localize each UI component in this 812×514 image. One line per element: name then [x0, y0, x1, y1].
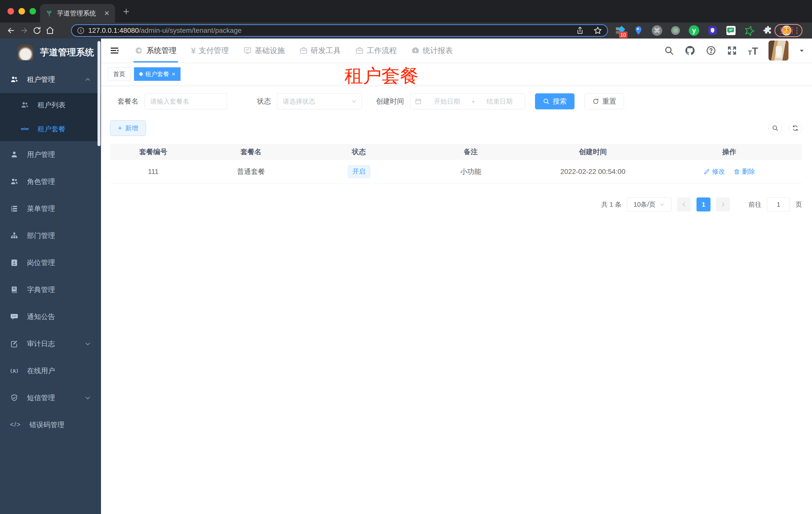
- header-search-icon[interactable]: [664, 45, 674, 56]
- nav-item-payment[interactable]: ¥ 支付管理: [191, 38, 229, 62]
- sidebar-item-dept-mgmt[interactable]: 部门管理: [0, 222, 101, 249]
- help-icon[interactable]: [705, 45, 717, 56]
- extensions-puzzle-icon[interactable]: [762, 25, 774, 36]
- extension-gray-green-circle-icon[interactable]: [670, 25, 681, 36]
- search-button[interactable]: 搜索: [535, 93, 575, 109]
- back-button[interactable]: [4, 24, 18, 37]
- dictionary-icon: [10, 286, 19, 294]
- nav-item-workflow[interactable]: 工作流程: [355, 38, 397, 62]
- create-time-label: 创建时间: [376, 97, 404, 106]
- add-button[interactable]: + 新增: [110, 120, 146, 136]
- toolbox-icon: [355, 46, 364, 55]
- nav-item-devtools[interactable]: 研发工具: [299, 38, 341, 62]
- active-tag-dot: [139, 72, 143, 76]
- extension-blue-diamond-icon[interactable]: 10: [614, 25, 626, 36]
- sidebar-fold-icon[interactable]: [108, 44, 121, 57]
- sidebar-item-user-mgmt[interactable]: 用户管理: [0, 141, 101, 168]
- tag-home[interactable]: 首页: [108, 67, 130, 81]
- col-header-remark: 备注: [412, 147, 529, 157]
- tag-close-icon[interactable]: ×: [172, 71, 175, 77]
- cell-status: 开启: [306, 165, 412, 178]
- sidebar-item-label: 菜单管理: [27, 204, 55, 213]
- plus-icon: +: [118, 125, 122, 132]
- minimize-window-button[interactable]: [19, 8, 25, 15]
- reset-button[interactable]: 重置: [584, 93, 624, 109]
- toggle-search-button[interactable]: [768, 121, 782, 135]
- share-icon[interactable]: [576, 26, 584, 35]
- cell-remark: 小功能: [412, 167, 529, 177]
- page-size-select[interactable]: 10条/页: [627, 197, 671, 212]
- prev-page-button[interactable]: [677, 197, 691, 212]
- package-name-input[interactable]: [145, 93, 227, 109]
- sidebar-item-role-mgmt[interactable]: 角色管理: [0, 168, 101, 195]
- extension-command-icon[interactable]: ⌘: [651, 25, 663, 36]
- top-nav: 系统管理 ¥ 支付管理 基础设施 研发工具 工作流程 统计报表: [135, 38, 467, 62]
- tab-title: 芋道管理系统: [57, 9, 100, 18]
- extension-pin-icon[interactable]: [633, 25, 644, 36]
- delete-link[interactable]: 删除: [733, 167, 755, 176]
- sidebar-item-tenant-mgmt[interactable]: 租户管理: [0, 66, 101, 93]
- next-page-button[interactable]: [716, 197, 730, 212]
- goto-page-input[interactable]: [767, 197, 790, 212]
- sidebar-item-tenant-list[interactable]: 租户列表: [0, 93, 101, 117]
- bookmark-star-icon[interactable]: [593, 26, 602, 35]
- table-header-row: 套餐编号 套餐名 状态 备注 创建时间 操作: [110, 144, 802, 160]
- nav-item-infra[interactable]: 基础设施: [243, 38, 285, 62]
- chevron-down-icon: [85, 341, 91, 347]
- yen-icon: ¥: [191, 46, 196, 56]
- fullscreen-icon[interactable]: [726, 45, 737, 56]
- edit-link[interactable]: 修改: [703, 167, 725, 176]
- caret-down-icon[interactable]: [799, 47, 805, 54]
- tag-tenant-package[interactable]: 租户套餐 ×: [134, 67, 180, 81]
- sidebar-scrollbar-thumb[interactable]: [97, 41, 100, 146]
- github-icon[interactable]: [685, 45, 696, 56]
- date-range-picker[interactable]: 开始日期 - 结束日期: [410, 93, 525, 109]
- extension-badge: 10: [619, 31, 628, 38]
- sidebar-item-tenant-package[interactable]: 租户套餐: [0, 117, 101, 141]
- close-window-button[interactable]: [7, 8, 14, 15]
- zoom-window-button[interactable]: [29, 8, 36, 15]
- org-tree-icon: [10, 232, 19, 240]
- browser-menu-icon[interactable]: [796, 28, 798, 34]
- user-avatar[interactable]: [768, 40, 788, 60]
- update-label: 更新: [780, 26, 794, 35]
- refresh-table-button[interactable]: [788, 121, 802, 135]
- browser-update-button[interactable]: 更新: [775, 24, 803, 37]
- sidebar-item-dict-mgmt[interactable]: 字典管理: [0, 276, 101, 303]
- delete-link-label: 删除: [742, 167, 755, 176]
- home-button[interactable]: [44, 24, 57, 37]
- reload-button[interactable]: [30, 24, 44, 37]
- edit-pen-icon: [703, 168, 710, 175]
- status-select[interactable]: 请选择状态: [277, 93, 362, 109]
- sidebar-item-notice[interactable]: 通知公告: [0, 303, 101, 330]
- extension-green-chat-icon[interactable]: [725, 25, 736, 36]
- extension-y-icon[interactable]: y: [689, 25, 699, 36]
- browser-tab[interactable]: 芋道管理系统 ✕: [40, 4, 115, 23]
- sidebar-item-post-mgmt[interactable]: 岗位管理: [0, 249, 101, 276]
- extension-green-star-icon[interactable]: [744, 25, 755, 36]
- post-badge-icon: [10, 259, 19, 267]
- font-size-icon[interactable]: TT: [748, 45, 758, 56]
- current-page-button[interactable]: 1: [696, 197, 710, 212]
- sidebar-item-error-code[interactable]: </> 错误码管理: [0, 411, 101, 438]
- sidebar-item-label: 租户套餐: [37, 125, 65, 134]
- nav-item-reports[interactable]: 统计报表: [411, 38, 453, 62]
- extension-purple-shield-icon[interactable]: [707, 25, 718, 36]
- browser-toolbar: 127.0.0.1:48080/admin-ui/system/tenant/p…: [0, 23, 812, 38]
- sidebar-item-menu-mgmt[interactable]: 菜单管理: [0, 195, 101, 222]
- new-tab-button[interactable]: +: [123, 6, 129, 17]
- sidebar-item-audit-log[interactable]: 审计日志: [0, 330, 101, 357]
- address-bar[interactable]: 127.0.0.1:48080/admin-ui/system/tenant/p…: [71, 24, 608, 37]
- forward-button[interactable]: [18, 24, 30, 37]
- cell-package-id: 111: [110, 168, 197, 176]
- tab-close-icon[interactable]: ✕: [104, 9, 110, 17]
- shield-check-icon: [10, 394, 19, 402]
- nav-item-label: 基础设施: [255, 46, 285, 56]
- site-info-icon[interactable]: [77, 27, 85, 34]
- sidebar-item-online-users[interactable]: 在线用户: [0, 357, 101, 384]
- sidebar-item-sms-mgmt[interactable]: 短信管理: [0, 384, 101, 411]
- nav-item-system[interactable]: 系统管理: [135, 38, 176, 62]
- add-button-label: 新增: [125, 124, 138, 133]
- url-text[interactable]: 127.0.0.1:48080/admin-ui/system/tenant/p…: [88, 27, 576, 34]
- sidebar-logo[interactable]: 芋道管理系统: [0, 38, 101, 66]
